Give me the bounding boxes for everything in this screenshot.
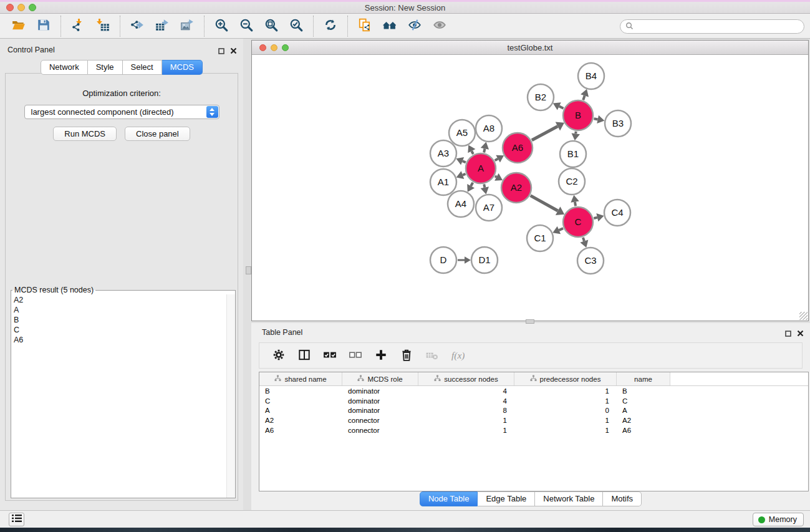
cell-predecessor-nodes[interactable]: 1 — [514, 425, 617, 435]
tab-network[interactable]: Network — [41, 60, 88, 75]
table-row[interactable]: Cdominator41C — [259, 396, 808, 406]
cell-successor-nodes[interactable]: 4 — [418, 396, 514, 406]
node-A6[interactable]: A6 — [503, 133, 533, 163]
node-A2[interactable]: A2 — [501, 173, 531, 203]
table-row[interactable]: A6connector11A6 — [259, 425, 808, 435]
cell-mcds-role[interactable]: dominator — [342, 405, 418, 415]
node-C3[interactable]: C3 — [577, 248, 604, 274]
node-C1[interactable]: C1 — [527, 225, 553, 251]
mcds-result-item[interactable]: A2 — [14, 295, 235, 305]
node-A4[interactable]: A4 — [448, 191, 474, 217]
refresh-layout-button[interactable] — [318, 16, 343, 37]
run-mcds-button[interactable]: Run MCDS — [53, 127, 117, 141]
edge-A-A7[interactable] — [484, 184, 485, 187]
split-panel-button[interactable] — [297, 348, 311, 364]
mcds-result-item[interactable]: B — [14, 315, 235, 325]
edge-C-C3[interactable] — [583, 238, 584, 241]
tab-edge-table[interactable]: Edge Table — [478, 491, 535, 506]
import-network-button[interactable] — [65, 16, 90, 37]
node-C4[interactable]: C4 — [604, 200, 630, 226]
cell-name[interactable]: B — [617, 386, 670, 396]
deselect-all-checkboxes-button[interactable] — [349, 348, 362, 364]
tab-mcds[interactable]: MCDS — [162, 60, 203, 75]
memory-button[interactable]: Memory — [753, 513, 804, 526]
zoom-fit-button[interactable] — [259, 16, 284, 37]
cell-predecessor-nodes[interactable]: 1 — [514, 415, 617, 425]
function-builder-button[interactable]: f(x) — [451, 348, 465, 364]
edge-B-B4[interactable] — [583, 95, 584, 100]
export-image-button[interactable] — [175, 16, 200, 37]
column-header-name[interactable]: name — [617, 372, 670, 385]
table-row[interactable]: Bdominator41B — [259, 386, 808, 396]
column-header-successor-nodes[interactable]: successor nodes — [418, 372, 514, 385]
window-resize-grip[interactable] — [799, 312, 808, 320]
edge-C-C2[interactable] — [575, 202, 576, 206]
hide-eye-button[interactable] — [402, 16, 427, 37]
node-A7[interactable]: A7 — [476, 195, 502, 221]
node-A8[interactable]: A8 — [476, 115, 502, 142]
node-B3[interactable]: B3 — [605, 110, 631, 137]
cell-successor-nodes[interactable]: 1 — [418, 425, 514, 435]
cell-predecessor-nodes[interactable]: 1 — [514, 386, 617, 396]
column-header-mcds-role[interactable]: MCDS role — [342, 372, 418, 385]
cell-predecessor-nodes[interactable]: 0 — [514, 405, 617, 415]
zoom-out-button[interactable] — [234, 16, 259, 37]
node-B2[interactable]: B2 — [528, 84, 554, 110]
mcds-result-item[interactable]: C — [14, 325, 235, 335]
edge-A-A5[interactable] — [471, 151, 473, 154]
column-header-predecessor-nodes[interactable]: predecessor nodes — [514, 372, 617, 385]
cell-mcds-role[interactable]: dominator — [342, 396, 418, 406]
edge-B-B2[interactable] — [559, 106, 564, 108]
cell-shared-name[interactable]: C — [259, 396, 342, 406]
delete-table-button[interactable] — [425, 348, 439, 364]
cell-shared-name[interactable]: B — [259, 386, 342, 396]
node-A3[interactable]: A3 — [430, 140, 456, 167]
zoom-in-button[interactable] — [209, 16, 234, 37]
edge-A-A4[interactable] — [471, 183, 473, 186]
cell-name[interactable]: A — [617, 405, 670, 415]
cell-mcds-role[interactable]: dominator — [342, 386, 418, 396]
cell-successor-nodes[interactable]: 8 — [418, 405, 514, 415]
close-panel-icon[interactable] — [230, 46, 237, 57]
result-list-scrollbar[interactable] — [226, 294, 235, 498]
cell-shared-name[interactable]: A2 — [259, 415, 342, 425]
edge-A6-B[interactable] — [532, 126, 557, 140]
open-folder-button[interactable] — [6, 16, 31, 37]
horizontal-divider-handle[interactable] — [526, 319, 534, 324]
cell-name[interactable]: C — [617, 396, 670, 406]
cell-name[interactable]: A2 — [617, 415, 670, 425]
mcds-result-item[interactable]: A6 — [14, 335, 235, 345]
cell-shared-name[interactable]: A6 — [259, 425, 342, 435]
network-canvas[interactable]: B4B2BB3A5A8A6A3B1AA1C2A2A4A7C4CC1C3DD1 — [252, 55, 808, 321]
search-field[interactable] — [620, 19, 804, 34]
table-row[interactable]: A2connector11A2 — [259, 415, 808, 425]
node-D1[interactable]: D1 — [471, 247, 498, 273]
edge-A-A1[interactable] — [463, 174, 466, 175]
search-input[interactable] — [636, 21, 804, 32]
network-from-selection-button[interactable] — [352, 16, 377, 37]
criterion-dropdown[interactable]: largest connected component (directed) — [24, 105, 219, 119]
zoom-selected-button[interactable] — [284, 16, 309, 37]
export-table-button[interactable] — [150, 16, 175, 37]
tab-motifs[interactable]: Motifs — [603, 491, 642, 506]
cell-predecessor-nodes[interactable]: 1 — [514, 396, 617, 406]
home-button[interactable] — [377, 16, 402, 37]
node-A1[interactable]: A1 — [430, 169, 456, 195]
export-network-button[interactable] — [125, 16, 150, 37]
edge-C-C1[interactable] — [559, 228, 563, 230]
cell-mcds-role[interactable]: connector — [342, 415, 418, 425]
gear-button[interactable] — [272, 348, 286, 364]
edge-A-A3[interactable] — [463, 161, 466, 162]
cell-successor-nodes[interactable]: 4 — [418, 386, 514, 396]
save-button[interactable] — [31, 16, 56, 37]
task-history-button[interactable] — [9, 513, 24, 526]
tab-network-table[interactable]: Network Table — [535, 491, 603, 506]
close-table-panel-icon[interactable] — [797, 328, 804, 339]
edge-A2-C[interactable] — [531, 196, 558, 211]
close-panel-button[interactable]: Close panel — [125, 127, 190, 141]
node-B4[interactable]: B4 — [578, 63, 604, 89]
node-A[interactable]: A — [466, 153, 496, 183]
node-D[interactable]: D — [430, 247, 456, 273]
column-header-shared-name[interactable]: shared name — [259, 372, 342, 385]
cell-mcds-role[interactable]: connector — [342, 425, 418, 435]
